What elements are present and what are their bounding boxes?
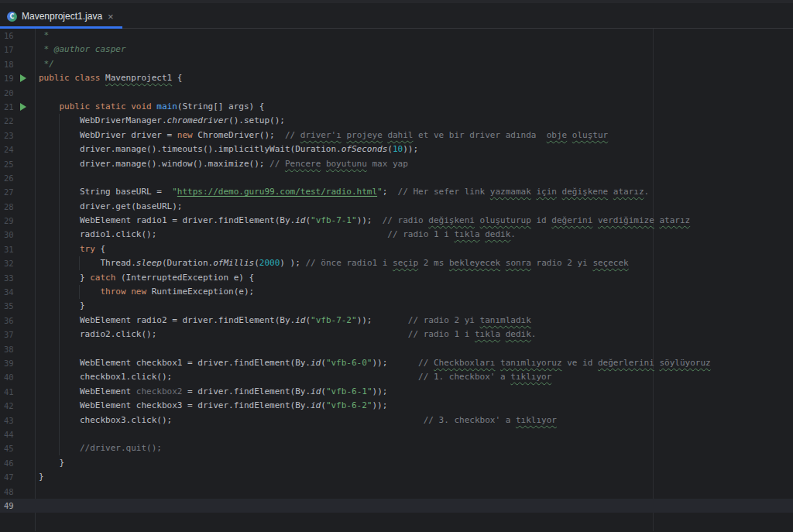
code-segment: ( [387, 144, 393, 154]
gutter-slot [20, 129, 33, 142]
code-line: 23 WebDriver driver = new ChromeDriver()… [0, 129, 793, 142]
code-text[interactable]: } [39, 470, 44, 484]
code-line: 26 [0, 171, 793, 185]
line-number: 41 [0, 385, 20, 399]
code-segment: { [95, 244, 105, 254]
code-text[interactable]: WebDriver driver = new ChromeDriver(); /… [39, 129, 608, 142]
code-text[interactable]: public class Mavenproject1 { [39, 71, 182, 85]
gutter-slot [20, 414, 33, 427]
tab-close-icon[interactable]: × [107, 12, 115, 22]
code-segment: ) ); [280, 258, 305, 268]
current-code-line: 49 [0, 499, 793, 513]
code-segment: seçecek [592, 258, 628, 268]
gutter-slot [20, 142, 33, 156]
code-segment: id [295, 315, 305, 325]
code-text[interactable]: * [39, 29, 49, 43]
code-segment: yazmamak [490, 187, 531, 197]
code-line: 30 radio1.click(); // radio 1 i tıkla de… [0, 228, 793, 242]
code-segment: checkbox2 [136, 386, 183, 396]
code-segment: } [39, 458, 64, 468]
code-text[interactable]: String baseURL = "https://demo.guru99.co… [39, 185, 649, 199]
code-text[interactable]: try { [39, 242, 105, 256]
code-text[interactable]: * @author casper [39, 43, 126, 57]
code-text[interactable]: } catch (InterruptedException e) { [39, 271, 254, 285]
code-text[interactable]: checkbox3.click(); // 3. checkbox' a tık… [39, 414, 557, 427]
line-number: 49 [0, 499, 20, 513]
code-text[interactable]: */ [39, 57, 54, 71]
gutter-slot [20, 185, 33, 199]
code-segment [500, 258, 506, 268]
code-segment: main [156, 101, 177, 112]
code-text[interactable]: WebElement radio1 = driver.findElement(B… [39, 214, 690, 228]
code-segment: WebElement radio1 = driver.findElement(B… [39, 215, 295, 225]
code-segment: // 3. checkbox' a [424, 415, 516, 425]
code-text[interactable]: WebElement radio2 = driver.findElement(B… [39, 314, 531, 328]
gutter-slot [20, 114, 33, 128]
code-segment: Mavenproject1 [105, 73, 172, 83]
code-text[interactable]: driver.manage().window().maximize(); // … [39, 157, 408, 171]
code-line: 19public class Mavenproject1 { [0, 71, 793, 85]
code-text[interactable]: WebElement checkbox2 = driver.findElemen… [39, 385, 387, 399]
code-line: 38 [0, 342, 793, 356]
code-text[interactable]: WebElement checkbox1 = driver.findElemen… [39, 356, 711, 370]
code-segment: söylüyoruz [659, 358, 710, 368]
code-text[interactable]: driver.manage().timeouts().implicitlyWai… [39, 142, 418, 156]
code-text[interactable]: //driver.quit(); [39, 441, 162, 455]
line-number: 33 [0, 271, 20, 285]
gutter-slot [20, 356, 33, 370]
code-segment: WebElement checkbox1 = driver.findElemen… [39, 358, 311, 368]
code-segment: dedik [485, 229, 510, 239]
gutter-slot [20, 29, 33, 43]
code-segment: // [285, 130, 300, 140]
tab-mavenproject1[interactable]: C Mavenproject1.java × [0, 5, 122, 28]
gutter-slot [20, 342, 33, 356]
code-text[interactable]: } [39, 299, 85, 313]
run-gutter-icon[interactable] [20, 74, 26, 82]
code-segment: tıklıyor [510, 372, 551, 382]
code-line: 27 String baseURL = "https://demo.guru99… [0, 185, 793, 199]
code-segment: tıklıyor [516, 415, 557, 425]
code-segment: ve id [562, 358, 598, 368]
code-segment: atarız [659, 215, 690, 225]
code-text[interactable]: Thread.sleep(Duration.ofMillis(2000) ); … [39, 256, 629, 270]
code-text[interactable]: driver.get(baseURL); [39, 200, 182, 214]
code-segment: // Her sefer link [398, 187, 490, 197]
code-text[interactable]: checkbox1.click(); // 1. checkbox' a tık… [39, 370, 551, 384]
line-number: 22 [0, 114, 20, 128]
line-number: 44 [0, 427, 20, 441]
code-segment: dahil [387, 130, 413, 140]
code-segment: )); [372, 358, 387, 368]
gutter-slot [20, 86, 33, 100]
line-number: 23 [0, 129, 20, 142]
code-text[interactable]: radio1.click(); // radio 1 i tıkla dedik… [39, 228, 516, 242]
code-text[interactable]: public static void main(String[] args) { [39, 100, 264, 114]
code-text[interactable]: WebElement checkbox3 = driver.findElemen… [39, 399, 387, 413]
code-text[interactable]: radio2.click(); // radio 1 i tıkla dedik… [39, 328, 536, 342]
gutter-slot [20, 57, 33, 71]
line-number: 30 [0, 228, 20, 242]
code-segment [39, 287, 100, 297]
code-line: 37 radio2.click(); // radio 1 i tıkla de… [0, 328, 793, 342]
line-number: 43 [0, 414, 20, 427]
code-segment: ().setup(); [228, 115, 285, 125]
code-text[interactable]: WebDriverManager.chromedriver().setup(); [39, 114, 285, 128]
code-segment: * @author casper [39, 44, 126, 54]
code-segment [567, 130, 572, 140]
code-text[interactable]: } [39, 456, 64, 470]
code-segment: ( [321, 400, 326, 410]
code-segment: )); [372, 386, 388, 396]
code-segment [39, 244, 80, 254]
java-class-icon: C [7, 12, 17, 22]
ide-window: C Mavenproject1.java × 16 *17 * @author … [0, 0, 793, 532]
line-number: 31 [0, 242, 20, 256]
code-segment [372, 315, 408, 325]
gutter-slot [20, 43, 33, 57]
line-number: 34 [0, 285, 20, 299]
code-segment: public static void [60, 101, 157, 112]
code-segment: Checkboxları [434, 358, 495, 368]
code-segment: { [172, 73, 182, 83]
code-segment: . [531, 329, 537, 339]
run-gutter-icon[interactable] [20, 103, 26, 111]
line-number: 29 [0, 214, 20, 228]
code-text[interactable]: throw new RuntimeException(e); [39, 285, 254, 299]
